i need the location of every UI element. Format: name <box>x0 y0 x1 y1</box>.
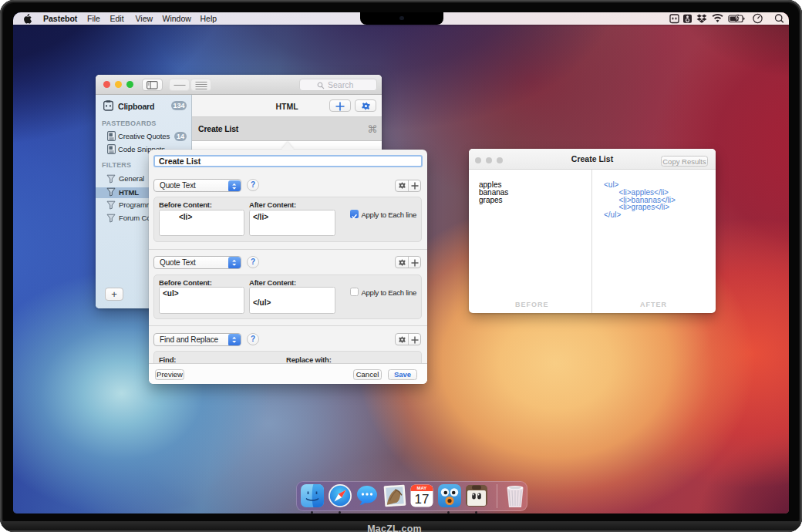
svg-text:MAY: MAY <box>417 486 427 490</box>
svg-text:17: 17 <box>415 492 430 507</box>
